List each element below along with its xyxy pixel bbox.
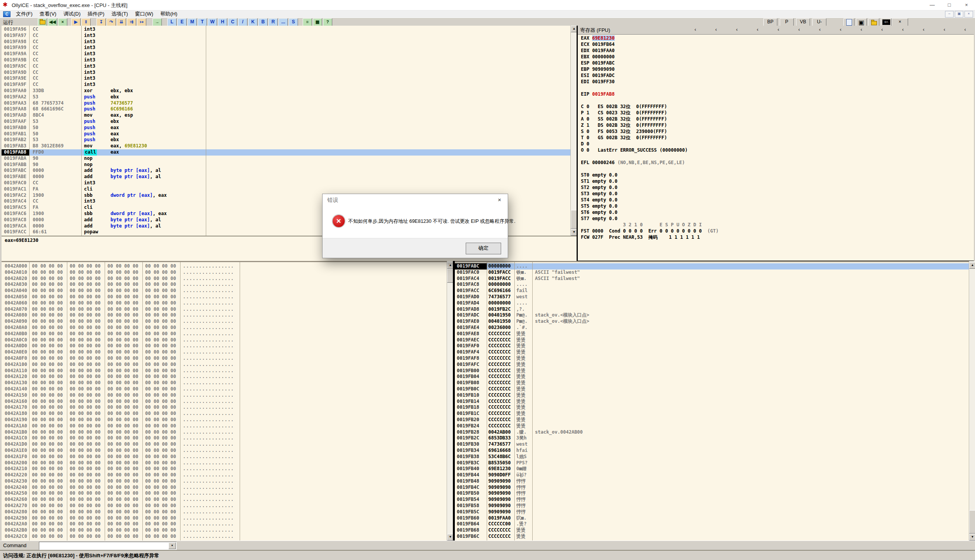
step-over-button[interactable]: ↷ <box>107 18 116 26</box>
menu-help[interactable]: 帮助(H) <box>157 10 181 18</box>
dump-row[interactable]: 0042A1D000 00 00 0000 00 00 0000 00 00 0… <box>2 441 447 448</box>
dump-row[interactable]: 0042A0E000 00 00 0000 00 00 0000 00 00 0… <box>2 349 447 355</box>
vb-button[interactable]: VB <box>796 18 810 26</box>
register-line[interactable]: P 1 CS 0023 32位 0(FFFFFFFF) <box>581 110 974 116</box>
dump-row[interactable]: 0042A0D000 00 00 0000 00 00 0000 00 00 0… <box>2 343 447 349</box>
disasm-row[interactable]: 0019FAB253pushebx <box>2 137 570 143</box>
p-button[interactable]: P <box>780 18 794 26</box>
dump-row[interactable]: 0042A04000 00 00 0000 00 00 0000 00 00 0… <box>2 288 447 294</box>
register-line[interactable]: C 0 ES 002B 32位 0(FFFFFFFF) <box>581 103 974 110</box>
references-button[interactable]: R <box>268 18 278 26</box>
disasm-row[interactable]: 0019FAB3B8 3012E869moveax, 69E81230 <box>2 143 570 149</box>
mdi-system-icon[interactable]: C <box>3 11 11 17</box>
run-button[interactable]: ▶ <box>71 18 81 26</box>
dump-row[interactable]: 0042A16000 00 00 0000 00 00 0000 00 00 0… <box>2 399 447 405</box>
disasm-row[interactable]: 0019FABE0000addbyte ptr [eax], al <box>2 174 570 180</box>
animate-over-button[interactable]: ⇉ <box>127 18 136 26</box>
dump-row[interactable]: 0042A02000 00 00 0000 00 00 0000 00 00 0… <box>2 276 447 282</box>
chevron-left-icon[interactable]: ‹ <box>861 26 862 32</box>
disasm-row[interactable]: 0019FA97CCint3 <box>2 33 570 39</box>
dump-row[interactable]: 0042A1E000 00 00 0000 00 00 0000 00 00 0… <box>2 448 447 454</box>
stack-scrollbar[interactable]: ▲ ▼ <box>969 261 975 541</box>
dump-row[interactable]: 0042A18000 00 00 0000 00 00 0000 00 00 0… <box>2 411 447 417</box>
disasm-row[interactable]: 0019FABB90nop <box>2 162 570 168</box>
dump-row[interactable]: 0042A06000 00 00 0000 00 00 0000 00 00 0… <box>2 300 447 306</box>
disasm-row[interactable]: 0019FAAD8BC4moveax, esp <box>2 112 570 119</box>
dump-row[interactable]: 0042A11000 00 00 0000 00 00 0000 00 00 0… <box>2 368 447 374</box>
dump-row[interactable]: 0042A0B000 00 00 0000 00 00 0000 00 00 0… <box>2 331 447 337</box>
scroll-up-arrow[interactable]: ▲ <box>969 262 975 269</box>
registers-collapse-chevrons[interactable]: ‹‹‹‹‹‹‹‹‹‹‹‹‹‹ <box>694 26 966 32</box>
register-line[interactable]: ST3 empty 0.0 <box>581 191 974 197</box>
register-line[interactable]: EFL 00000246 (NO,NB,E,BE,NS,PE,GE,LE) <box>581 159 974 166</box>
dump-row[interactable]: 0042A29000 00 00 0000 00 00 0000 00 00 0… <box>2 515 447 522</box>
register-line[interactable]: ESP 0019FABC <box>581 60 974 66</box>
register-line[interactable]: EIP 0019FAB8 <box>581 91 974 97</box>
disasm-row[interactable]: 0019FAC1FAcli <box>2 186 570 192</box>
dump-row[interactable]: 0042A22000 00 00 0000 00 00 0000 00 00 0… <box>2 472 447 478</box>
dump-row[interactable]: 0042A13000 00 00 0000 00 00 0000 00 00 0… <box>2 380 447 386</box>
close-icon[interactable]: × <box>491 194 508 206</box>
dump-row[interactable]: 0042A2B000 00 00 0000 00 00 0000 00 00 0… <box>2 527 447 534</box>
register-line[interactable]: EBP 90909090 <box>581 66 974 72</box>
notepad-button[interactable] <box>843 18 854 26</box>
memory-dump-pane[interactable]: 0042A00000 00 00 0000 00 00 0000 00 00 0… <box>2 261 447 542</box>
disasm-row[interactable]: 0019FA9BCCint3 <box>2 57 570 63</box>
register-line[interactable]: EBX 00000000 <box>581 54 974 60</box>
log-list-button[interactable]: ≡ <box>303 18 312 26</box>
disasm-row[interactable]: 0019FAAF53pushebx <box>2 119 570 125</box>
dump-row[interactable]: 0042A2A000 00 00 0000 00 00 0000 00 00 0… <box>2 521 447 527</box>
breakpoints-button[interactable]: B <box>258 18 268 26</box>
patches-button[interactable]: / <box>238 18 247 26</box>
chevron-down-icon[interactable]: ▼ <box>168 542 176 549</box>
disasm-row[interactable]: 0019FA98CCint3 <box>2 39 570 45</box>
u-bpm-button[interactable]: U-BPM <box>812 18 826 26</box>
chevron-left-icon[interactable]: ‹ <box>923 26 924 32</box>
scroll-thumb[interactable] <box>969 510 975 534</box>
dump-row[interactable]: 0042A10000 00 00 0000 00 00 0000 00 00 0… <box>2 362 447 368</box>
chevron-left-icon[interactable]: ‹ <box>798 26 800 32</box>
chevron-left-icon[interactable]: ‹ <box>694 26 696 32</box>
log-button[interactable]: L <box>167 18 177 26</box>
register-line[interactable] <box>581 85 974 91</box>
disasm-row[interactable]: 0019FAA253pushebx <box>2 94 570 100</box>
chevron-left-icon[interactable]: ‹ <box>943 26 945 32</box>
minimize-icon[interactable]: — <box>924 0 941 10</box>
chevron-left-icon[interactable]: ‹ <box>819 26 821 32</box>
appearance-button[interactable]: ▦ <box>313 18 322 26</box>
threads-button[interactable]: T <box>198 18 207 26</box>
run-trace-button[interactable]: ... <box>279 18 288 26</box>
register-line[interactable]: ECX 0019FB64 <box>581 41 974 47</box>
register-line[interactable]: 3 2 1 0 E S P U O Z D I <box>581 222 974 228</box>
dump-row[interactable]: 0042A0F000 00 00 0000 00 00 0000 00 00 0… <box>2 355 447 362</box>
close-icon[interactable]: × <box>958 0 975 10</box>
dump-row[interactable]: 0042A2C000 00 00 0000 00 00 0000 00 00 0… <box>2 534 447 540</box>
register-line[interactable] <box>581 153 974 159</box>
mdi-restore-icon[interactable]: ▣ <box>955 11 963 18</box>
source-button[interactable]: S <box>289 18 298 26</box>
dump-row[interactable]: 0042A03000 00 00 0000 00 00 0000 00 00 0… <box>2 282 447 288</box>
help-button[interactable]: ? <box>323 18 332 26</box>
go-to-button[interactable]: → <box>153 18 162 26</box>
disasm-row[interactable]: 0019FA96CCint3 <box>2 26 570 33</box>
animate-into-button[interactable]: ⇊ <box>117 18 126 26</box>
chevron-left-icon[interactable]: ‹ <box>881 26 883 32</box>
chevron-left-icon[interactable]: ‹ <box>902 26 903 32</box>
mdi-minimize-icon[interactable]: – <box>945 11 954 18</box>
menu-options[interactable]: 选项(T) <box>108 10 132 18</box>
register-line[interactable]: FST 0000 Cond 0 0 0 0 Err 0 0 0 0 0 0 0 … <box>581 228 974 234</box>
dump-row[interactable]: 0042A1A000 00 00 0000 00 00 0000 00 00 0… <box>2 423 447 429</box>
disasm-row[interactable]: 0019FA9CCCint3 <box>2 63 570 70</box>
dump-row[interactable]: 0042A19000 00 00 0000 00 00 0000 00 00 0… <box>2 417 447 423</box>
executables-button[interactable]: E <box>177 18 187 26</box>
dump-row[interactable]: 0042A23000 00 00 0000 00 00 0000 00 00 0… <box>2 478 447 485</box>
dump-row[interactable]: 0042A28000 00 00 0000 00 00 0000 00 00 0… <box>2 509 447 515</box>
register-line[interactable]: D 0 <box>581 141 974 147</box>
dump-row[interactable]: 0042A09000 00 00 0000 00 00 0000 00 00 0… <box>2 318 447 325</box>
disasm-row[interactable]: 0019FAC0CCint3 <box>2 180 570 186</box>
register-line[interactable]: ST7 empty 0.0 <box>581 215 974 222</box>
disasm-row[interactable]: 0019FAA868 6661696Cpush6C696166 <box>2 106 570 112</box>
disasm-row[interactable]: 0019FA9ECCint3 <box>2 75 570 82</box>
menu-debug[interactable]: 调试(D) <box>60 10 84 18</box>
dump-row[interactable]: 0042A17000 00 00 0000 00 00 0000 00 00 0… <box>2 404 447 411</box>
